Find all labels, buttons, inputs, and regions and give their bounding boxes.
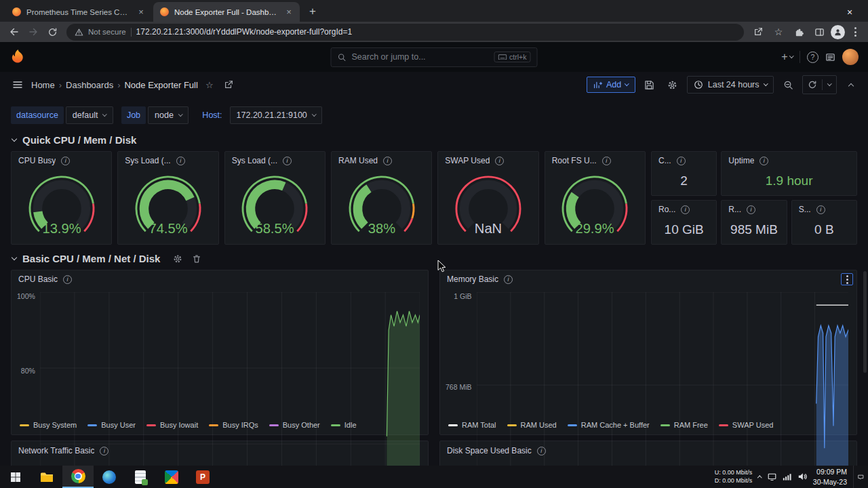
row-delete-trash-icon[interactable]: [192, 254, 201, 264]
row-settings-gear-icon[interactable]: [173, 254, 182, 264]
panel-menu-icon[interactable]: [841, 273, 853, 285]
url-text[interactable]: 172.20.21.21:3000/d/rYdddlPWk/node-expor…: [136, 27, 353, 37]
window-close-button[interactable]: [837, 3, 863, 22]
forward-button[interactable]: [24, 23, 42, 41]
panel-title[interactable]: Root FS U...: [552, 156, 597, 165]
info-icon[interactable]: [63, 275, 72, 284]
network-tray-icon[interactable]: [783, 473, 791, 481]
panel-title[interactable]: C...: [658, 156, 671, 165]
clock-icon: [694, 80, 703, 89]
info-icon[interactable]: [504, 275, 513, 284]
windows-logo-icon: [10, 472, 21, 483]
panel-title[interactable]: SWAP Used: [445, 156, 490, 165]
host-dropdown[interactable]: 172.20.21.21:9100: [230, 106, 323, 124]
search-input[interactable]: Search or jump to... ctrl+k: [331, 47, 538, 67]
job-dropdown[interactable]: node: [148, 106, 189, 124]
charts-row: CPU Basic100%80%60%40%20%0%22:0000:0002:…: [11, 270, 857, 435]
panel-title[interactable]: Memory Basic: [447, 274, 498, 284]
breadcrumb-item[interactable]: Node Exporter Full: [124, 80, 197, 90]
info-icon[interactable]: [100, 447, 108, 455]
datasource-dropdown[interactable]: default: [66, 106, 113, 124]
help-icon[interactable]: [807, 52, 818, 63]
refresh-interval-dropdown[interactable]: [823, 76, 836, 94]
gauge-panel: Sys Load (...74.5%: [117, 151, 218, 245]
panel-title[interactable]: Uptime: [728, 156, 754, 165]
screen: Prometheus Time Series CollectiNode Expo…: [0, 0, 868, 488]
browser-tab[interactable]: Node Exporter Full - Dashboards: [153, 2, 300, 22]
panel-title[interactable]: Sys Load (...: [125, 156, 170, 165]
tab-close-icon[interactable]: [136, 7, 146, 18]
info-icon[interactable]: [602, 157, 611, 165]
favorite-star-icon[interactable]: [202, 77, 217, 92]
info-icon[interactable]: [681, 205, 690, 214]
section-row-basic[interactable]: Basic CPU / Mem / Net / Disk: [12, 253, 857, 264]
share-dashboard-button[interactable]: [221, 77, 236, 92]
panel-title[interactable]: R...: [728, 205, 741, 214]
powerpoint-taskbar-button[interactable]: [187, 466, 218, 488]
edge-taskbar-button[interactable]: [94, 466, 125, 488]
time-range-picker[interactable]: Last 24 hours: [687, 76, 774, 94]
browser-menu-icon[interactable]: [848, 24, 863, 39]
page-scrollbar[interactable]: [863, 271, 867, 373]
info-icon[interactable]: [383, 157, 392, 165]
panel-title[interactable]: S...: [799, 205, 811, 214]
search-placeholder: Search or jump to...: [352, 52, 426, 62]
security-label[interactable]: Not secure: [88, 28, 126, 36]
chrome-taskbar-button[interactable]: [62, 466, 94, 488]
start-button[interactable]: [0, 466, 31, 488]
info-icon[interactable]: [760, 157, 768, 165]
tray-expand-button[interactable]: [758, 474, 762, 480]
browser-tab[interactable]: Prometheus Time Series Collecti: [5, 2, 152, 22]
section-row-quick[interactable]: Quick CPU / Mem / Disk: [12, 134, 857, 146]
back-button[interactable]: [5, 23, 23, 41]
info-icon[interactable]: [61, 157, 70, 165]
share-button[interactable]: [749, 23, 767, 41]
zoom-out-button[interactable]: [779, 76, 797, 94]
plot-area[interactable]: [40, 292, 420, 466]
panel-title[interactable]: CPU Basic: [18, 274, 58, 284]
bookmark-star-icon[interactable]: [770, 23, 787, 41]
panel-title[interactable]: Ro...: [658, 205, 675, 214]
tab-close-icon[interactable]: [283, 7, 294, 18]
info-icon[interactable]: [747, 205, 755, 214]
mega-menu-icon[interactable]: [8, 75, 27, 94]
panel-title[interactable]: Sys Load (...: [232, 156, 277, 165]
info-icon[interactable]: [176, 157, 185, 165]
powerpoint-icon: [196, 470, 210, 484]
dashboard-settings-button[interactable]: [664, 76, 682, 94]
news-icon[interactable]: [825, 52, 835, 62]
panel-title[interactable]: Network Traffic Basic: [18, 446, 94, 455]
volume-tray-icon[interactable]: [797, 472, 807, 481]
breadcrumb-item[interactable]: Dashboards: [66, 80, 113, 90]
panel-title[interactable]: CPU Busy: [18, 156, 56, 165]
browser-profile-avatar[interactable]: [831, 25, 845, 39]
windows-taskbar: U: 0.00 Mbit/s D: 0.00 Mbit/s 09: [0, 466, 868, 488]
info-icon[interactable]: [495, 157, 504, 165]
pc-status-icon[interactable]: [768, 473, 776, 481]
notepad-taskbar-button[interactable]: [125, 466, 156, 488]
extensions-button[interactable]: [790, 23, 808, 41]
refresh-button[interactable]: [803, 76, 822, 94]
breadcrumb-item[interactable]: Home: [31, 80, 55, 90]
panel-title[interactable]: RAM Used: [338, 156, 378, 165]
info-icon[interactable]: [816, 205, 825, 214]
notification-center-button[interactable]: [853, 466, 864, 488]
info-icon[interactable]: [677, 157, 686, 165]
file-explorer-button[interactable]: [31, 466, 62, 488]
reload-button[interactable]: [43, 23, 61, 41]
collapse-toolbar-button[interactable]: [842, 76, 860, 94]
grafana-logo-icon[interactable]: [9, 48, 26, 66]
address-bar[interactable]: Not secure 172.20.21.21:3000/d/rYdddlPWk…: [66, 24, 744, 41]
add-button[interactable]: Add: [587, 77, 635, 93]
plot-area[interactable]: [477, 292, 848, 466]
new-menu-button[interactable]: [781, 51, 793, 63]
side-panel-button[interactable]: [810, 23, 828, 41]
panel-title[interactable]: Disk Space Used Basic: [447, 446, 532, 455]
taskbar-clock[interactable]: 09:09 PM 30-May-23: [813, 467, 847, 486]
info-icon[interactable]: [537, 447, 546, 455]
new-tab-button[interactable]: [304, 3, 321, 20]
save-dashboard-button[interactable]: [641, 76, 658, 94]
photos-taskbar-button[interactable]: [156, 466, 187, 488]
info-icon[interactable]: [283, 157, 292, 165]
user-avatar[interactable]: [842, 49, 859, 65]
